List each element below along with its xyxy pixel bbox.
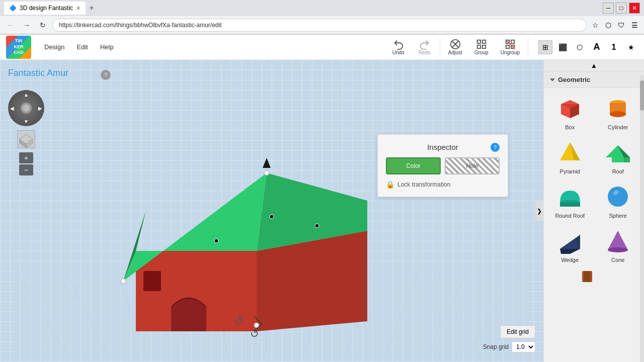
svg-rect-36: [143, 271, 161, 291]
menu-design[interactable]: Design: [39, 41, 69, 53]
svg-marker-59: [624, 157, 630, 162]
canvas-area[interactable]: Fantastic Amur ? ▲ ▼ ◀ ▶: [0, 60, 543, 362]
svg-point-69: [608, 247, 628, 252]
lock-label: Lock transformation: [397, 181, 450, 188]
undo-label: Undo: [392, 50, 405, 55]
text-view-icon[interactable]: A: [590, 40, 604, 54]
svg-rect-62: [560, 203, 580, 207]
svg-marker-46: [263, 158, 271, 168]
more-shape-preview[interactable]: [580, 269, 608, 284]
window-controls: ─ □ ✕: [603, 3, 640, 14]
adjust-label: Adjust: [448, 50, 462, 55]
lock-transformation-row[interactable]: 🔒 Lock transformation: [386, 180, 500, 189]
shape-cylinder-label: Cylinder: [608, 124, 628, 130]
tab-favicon: 🔷: [9, 5, 17, 12]
menu-help[interactable]: Help: [95, 41, 119, 53]
svg-rect-1: [477, 40, 480, 43]
svg-line-9: [506, 40, 515, 49]
svg-point-41: [121, 279, 126, 284]
back-button[interactable]: ←: [4, 19, 17, 32]
shape-pyramid-label: Pyramid: [560, 168, 580, 174]
edit-grid-button[interactable]: Edit grid: [500, 325, 535, 338]
undo-button[interactable]: Undo: [387, 37, 410, 57]
section-collapse-icon: [550, 78, 555, 81]
shape-box[interactable]: Box: [548, 92, 592, 132]
shape-wedge-label: Wedge: [561, 257, 579, 263]
tinkercad-logo[interactable]: TINKERCAD: [6, 36, 31, 59]
shape-roof-label: Roof: [612, 168, 624, 174]
redo-label: Redo: [419, 50, 431, 55]
group-button[interactable]: Group: [470, 37, 493, 57]
hole-label: Hole: [466, 162, 478, 169]
right-sidebar: ▲ Geometric Box: [543, 60, 644, 362]
adjust-button[interactable]: Adjust: [444, 37, 466, 57]
address-bar[interactable]: https://tinkercad.com/things/bbhwOlbvfXa…: [52, 19, 587, 32]
extension-icon[interactable]: ⬡: [603, 20, 614, 31]
tool-separator-1: [440, 38, 440, 56]
minimize-button[interactable]: ─: [603, 3, 614, 14]
tab-close-button[interactable]: ✕: [76, 5, 80, 12]
svg-point-45: [214, 239, 218, 243]
house-scene: ↺: [0, 60, 543, 362]
forward-button[interactable]: →: [20, 19, 33, 32]
color-button[interactable]: Color: [386, 157, 441, 174]
app: TINKERCAD Design Edit Help Undo Redo Adj…: [0, 35, 644, 362]
panel-collapse-handle[interactable]: ❯: [535, 201, 543, 221]
nav-menu: Design Edit Help: [39, 41, 119, 53]
redo-button[interactable]: Redo: [414, 37, 436, 57]
svg-rect-4: [482, 45, 485, 48]
menu-edit[interactable]: Edit: [71, 41, 93, 53]
shapes-grid: Box Cylinder: [548, 92, 640, 265]
snap-grid-select[interactable]: 1.0 0.5 2.0: [512, 341, 535, 352]
menu-icon[interactable]: ☰: [629, 20, 640, 31]
shape-box-label: Box: [565, 124, 575, 130]
sidebar-scrollbar: [640, 75, 644, 362]
sidebar-section-title: Geometric: [558, 76, 590, 83]
view-icons: ⊞ ⬛ ⬡ A 1 ★: [538, 40, 638, 54]
close-button[interactable]: ✕: [629, 3, 640, 14]
shape-pyramid[interactable]: Pyramid: [548, 136, 592, 176]
color-label: Color: [406, 162, 421, 169]
app-tools: Undo Redo Adjust Group Ungroup ⊞: [387, 37, 638, 57]
number-view-icon[interactable]: 1: [607, 40, 621, 54]
bookmark-star-icon[interactable]: ☆: [590, 20, 601, 31]
shape-roof[interactable]: Roof: [596, 136, 640, 176]
shapes-list: Box Cylinder: [544, 88, 644, 362]
lock-icon: 🔒: [386, 180, 394, 189]
shield-icon[interactable]: 🛡: [616, 20, 627, 31]
shape-cylinder[interactable]: Cylinder: [596, 92, 640, 132]
tab-title: 3D design Fantastic: [20, 5, 73, 12]
star-view-icon[interactable]: ★: [624, 40, 638, 54]
shape-cone-label: Cone: [611, 257, 624, 263]
cube-view-icon[interactable]: ⬛: [555, 40, 570, 54]
grid-view-icon[interactable]: ⊞: [538, 40, 552, 54]
app-header: TINKERCAD Design Edit Help Undo Redo Adj…: [0, 35, 644, 60]
browser-toolbar: ← → ↻ https://tinkercad.com/things/bbhwO…: [0, 16, 644, 34]
shape-cone[interactable]: Cone: [596, 225, 640, 265]
sidebar-header: Geometric: [544, 72, 644, 88]
shape-round-roof[interactable]: Round Roof: [548, 180, 592, 221]
shape-wedge[interactable]: Wedge: [548, 225, 592, 265]
tool-separator-2: [528, 38, 528, 56]
sidebar-scrollbar-thumb[interactable]: [640, 80, 644, 111]
browser-tab[interactable]: 🔷 3D design Fantastic ✕: [4, 2, 86, 15]
maximize-button[interactable]: □: [616, 3, 627, 14]
hole-button[interactable]: Hole: [445, 157, 500, 174]
shapes-view-icon[interactable]: ⬡: [573, 40, 587, 54]
svg-point-44: [315, 224, 319, 228]
snap-grid-row: Snap grid 1.0 0.5 2.0: [483, 341, 535, 352]
inspector-help-button[interactable]: ?: [491, 143, 500, 152]
shape-sphere[interactable]: Sphere: [596, 180, 640, 221]
shape-sphere-label: Sphere: [609, 213, 627, 219]
ungroup-button[interactable]: Ungroup: [497, 37, 524, 57]
group-label: Group: [474, 50, 489, 55]
svg-point-55: [610, 111, 626, 117]
main-content: Fantastic Amur ? ▲ ▼ ◀ ▶: [0, 60, 644, 362]
more-shapes-row: [548, 269, 640, 284]
scroll-up-button[interactable]: ▲: [544, 60, 644, 72]
refresh-button[interactable]: ↻: [36, 19, 49, 32]
new-tab-button[interactable]: +: [86, 2, 98, 14]
svg-rect-6: [511, 40, 514, 43]
browser-titlebar: 🔷 3D design Fantastic ✕ + ─ □ ✕: [0, 0, 644, 16]
svg-rect-71: [584, 271, 590, 282]
